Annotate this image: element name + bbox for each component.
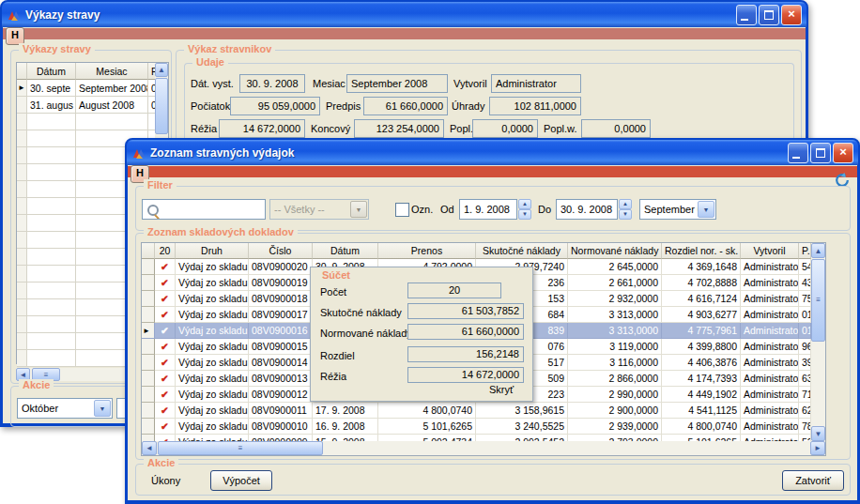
column-header[interactable]: Mesiac <box>76 63 148 80</box>
predpis-field[interactable]: 61 660,0000 <box>363 97 448 115</box>
field-label: Réžia <box>320 367 346 386</box>
checkmark-icon[interactable]: ✔ <box>155 259 176 275</box>
column-header-selector[interactable] <box>142 243 155 259</box>
column-header[interactable]: Skutočné náklady <box>476 243 568 259</box>
mini-table-header[interactable]: DátumMesiacF <box>17 63 168 80</box>
table-row[interactable]: ✔Výdaj zo skladu08V090001117. 9. 20084 8… <box>142 403 811 419</box>
field-label: Počiatok <box>191 97 230 115</box>
maximize-button[interactable] <box>759 5 779 25</box>
column-header[interactable]: Druh <box>176 243 249 259</box>
date-from-spinner[interactable]: ▲▼ <box>518 199 531 220</box>
checkmark-icon[interactable]: ✔ <box>155 435 176 441</box>
row-marker <box>17 299 27 316</box>
scrollbar-thumb[interactable]: ≡ <box>158 441 323 455</box>
window-title: Zoznam stravných výdajok <box>150 146 294 160</box>
dat-vyst-field[interactable]: 30. 9. 2008 <box>239 74 305 93</box>
column-header[interactable]: Číslo <box>249 243 313 259</box>
column-header-selector[interactable] <box>17 63 27 80</box>
cell-rozdiel: 4 174,7393 <box>662 371 741 387</box>
close-icon[interactable]: × <box>833 143 853 163</box>
cell-mesiac: August 2008 <box>76 97 148 114</box>
maximize-button[interactable] <box>810 143 831 163</box>
minimize-button[interactable] <box>736 5 757 25</box>
scrollbar-thumb[interactable]: ≡ <box>811 259 825 342</box>
minimize-button[interactable] <box>788 143 808 163</box>
column-header[interactable]: Dátum <box>313 243 378 259</box>
cell-datum <box>27 283 76 299</box>
checkmark-icon[interactable]: ✔ <box>155 403 176 419</box>
table-horizontal-scrollbar[interactable]: ◄ ≡ ► <box>142 441 825 455</box>
cell-cislo: 08V0900013 <box>249 371 313 387</box>
pociatok-field[interactable]: 95 059,0000 <box>230 97 320 115</box>
checkmark-icon[interactable]: ✔ <box>155 323 176 339</box>
table-row[interactable]: ✔Výdaj zo skladu08V090000915. 9. 20085 0… <box>142 435 811 441</box>
poplw-field[interactable]: 0,0000 <box>581 119 651 138</box>
popl-field[interactable]: 0,0000 <box>472 119 538 138</box>
row-marker <box>17 164 27 181</box>
list-row[interactable]: 31. augusAugust 20080 <box>17 97 168 114</box>
cell-datum <box>27 215 76 232</box>
checkmark-icon[interactable]: ✔ <box>155 291 176 307</box>
mesiac-field[interactable]: September 2008 <box>346 74 448 93</box>
scroll-down-icon[interactable]: ▼ <box>811 426 825 441</box>
date-to-spinner[interactable]: ▲▼ <box>619 199 632 220</box>
scroll-right-icon[interactable]: ► <box>810 441 825 455</box>
scroll-left-icon[interactable]: ◄ <box>142 441 157 455</box>
checkmark-icon[interactable]: ✔ <box>155 275 176 291</box>
column-header[interactable]: Rozdiel nor. - sk. <box>662 243 741 259</box>
spin-up-icon[interactable]: ▲ <box>518 199 531 209</box>
ozn-checkbox[interactable] <box>395 203 409 217</box>
cell-normovane: 2 932,0000 <box>568 291 662 307</box>
cell-cislo: 08V0900014 <box>249 355 313 371</box>
cell-datum <box>27 350 76 367</box>
list-row[interactable]: ►30. septeSeptember 20080 <box>17 80 168 97</box>
cell-vytvoril: Administrator <box>741 323 799 339</box>
column-header[interactable]: Prenos <box>378 243 476 259</box>
titlebar-back[interactable]: Výkazy stravy × <box>2 2 806 27</box>
date-from-field[interactable]: 1. 9. 2008 <box>459 199 517 220</box>
spin-down-icon[interactable]: ▼ <box>518 209 531 220</box>
vypocet-button[interactable]: Výpočet <box>210 470 272 491</box>
search-input[interactable] <box>142 199 266 220</box>
scroll-up-icon[interactable]: ▲ <box>811 243 825 258</box>
date-to-field[interactable]: 30. 9. 2008 <box>556 199 618 220</box>
field-label: Dát. vyst. <box>191 74 234 93</box>
cell-cislo: 08V0900020 <box>249 259 313 275</box>
checkmark-icon[interactable]: ✔ <box>155 371 176 387</box>
checkmark-icon[interactable]: ✔ <box>155 339 176 355</box>
rezia-field[interactable]: 14 672,0000 <box>219 119 305 138</box>
hide-button[interactable]: Skryť <box>489 382 514 397</box>
spin-down-icon[interactable]: ▼ <box>619 209 632 220</box>
chevron-down-icon[interactable]: ▼ <box>94 400 111 417</box>
field-label: Koncový <box>311 119 350 138</box>
table-header[interactable]: 20DruhČísloDátumPrenosSkutočné nákladyNo… <box>142 243 811 259</box>
koncovy-field[interactable]: 123 254,0000 <box>354 119 444 138</box>
spin-up-icon[interactable]: ▲ <box>619 199 632 209</box>
zatvorit-button[interactable]: Zatvoriť <box>782 470 844 491</box>
month-combobox[interactable]: September 08 ▼ <box>639 199 716 220</box>
checkmark-icon[interactable]: ✔ <box>155 355 176 371</box>
table-vertical-scrollbar[interactable]: ▲ ≡ ▼ <box>811 243 825 441</box>
cell-p: 63 <box>799 371 811 387</box>
uhrady-field[interactable]: 102 811,0000 <box>489 97 581 115</box>
category-combobox[interactable]: -- Všetky -- ▼ <box>269 199 369 220</box>
column-header[interactable]: 20 <box>155 243 176 259</box>
scroll-up-icon[interactable]: ▲ <box>155 63 168 77</box>
close-icon[interactable]: × <box>781 5 802 25</box>
column-header[interactable]: Dátum <box>27 63 76 80</box>
chevron-down-icon[interactable]: ▼ <box>350 201 367 218</box>
checkmark-icon[interactable]: ✔ <box>155 307 176 323</box>
titlebar-front[interactable]: Zoznam stravných výdajok × <box>127 140 858 165</box>
column-header[interactable]: Vytvoril <box>741 243 799 259</box>
table-row[interactable]: ✔Výdaj zo skladu08V090001016. 9. 20085 1… <box>142 419 811 435</box>
empty-row <box>17 114 168 130</box>
vytvoril-field[interactable]: Administrator <box>491 74 581 93</box>
column-header[interactable]: Normované náklady <box>568 243 662 259</box>
scrollbar-thumb[interactable] <box>155 78 168 134</box>
month-combobox[interactable]: Október ▼ <box>17 398 113 419</box>
checkmark-icon[interactable]: ✔ <box>155 387 176 403</box>
column-header[interactable]: P.: <box>799 243 811 259</box>
ukony-label[interactable]: Úkony <box>151 471 180 490</box>
chevron-down-icon[interactable]: ▼ <box>698 201 714 218</box>
checkmark-icon[interactable]: ✔ <box>155 419 176 435</box>
